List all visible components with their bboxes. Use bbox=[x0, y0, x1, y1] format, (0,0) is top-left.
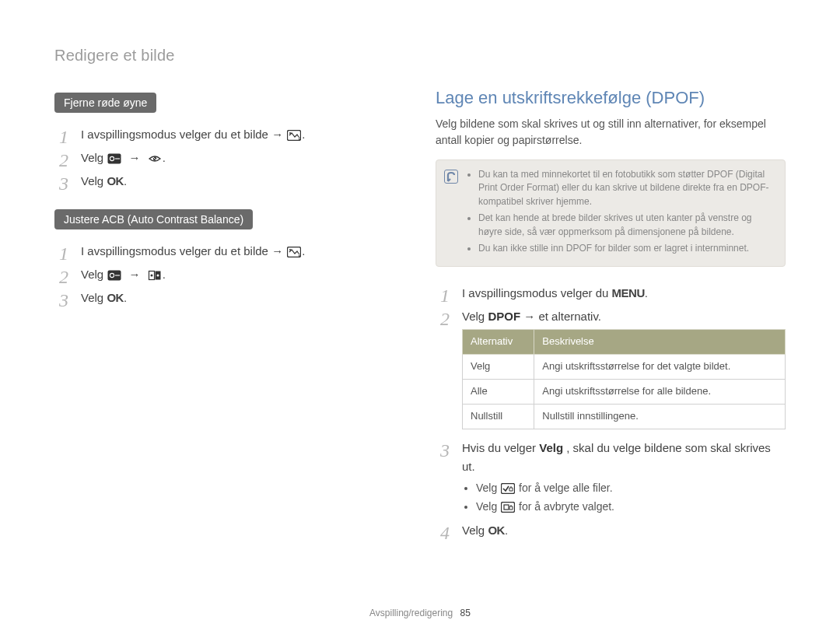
table-row: Nullstill Nullstill innstillingene. bbox=[463, 404, 786, 429]
note-item: Du kan ikke stille inn DPOF for bilder s… bbox=[478, 242, 774, 255]
menu-label: MENU bbox=[612, 286, 645, 299]
step-text: Velg bbox=[462, 524, 488, 537]
bullet-text: for å velge alle filer. bbox=[519, 482, 613, 494]
acb-steps: I avspillingsmodus velger du et bilde → … bbox=[54, 242, 404, 307]
redeye-steps: I avspillingsmodus velger du et bilde → … bbox=[54, 125, 404, 191]
bullet-text: Velg bbox=[476, 482, 500, 494]
table-cell: Angi utskriftsstørrelse for det valgte b… bbox=[534, 355, 786, 380]
note-item: Det kan hende at brede bilder skrives ut… bbox=[478, 212, 774, 239]
right-column: Lage en utskriftsrekkefølge (DPOF) Velg … bbox=[436, 88, 786, 554]
cancel-select-icon bbox=[501, 501, 515, 513]
svg-point-8 bbox=[289, 249, 291, 250]
bullet-text: Velg bbox=[476, 500, 500, 513]
step-item: Velg OK. bbox=[436, 521, 786, 540]
step-text: → et alternativ. bbox=[523, 310, 601, 323]
svg-text:E: E bbox=[299, 136, 302, 141]
left-column: Fjerne røde øyne I avspillingsmodus velg… bbox=[54, 88, 404, 554]
note-icon bbox=[444, 170, 458, 184]
table-row: Velg Angi utskriftsstørrelse for det val… bbox=[463, 355, 786, 380]
dpof-steps: I avspillingsmodus velger du MENU. Velg … bbox=[436, 284, 786, 540]
table-cell: Angi utskriftsstørrelse for alle bildene… bbox=[534, 379, 786, 404]
manual-page: Redigere et bilde Fjerne røde øyne I avs… bbox=[0, 0, 840, 634]
two-column-layout: Fjerne røde øyne I avspillingsmodus velg… bbox=[54, 88, 786, 554]
table-cell: Velg bbox=[463, 355, 534, 380]
note-box: Du kan ta med minnekortet til en fotobut… bbox=[436, 159, 786, 267]
table-cell: Nullstill bbox=[463, 404, 534, 429]
step-text: Velg bbox=[81, 151, 107, 164]
table-header: Beskrivelse bbox=[534, 330, 786, 355]
step-item: Velg → . bbox=[54, 265, 404, 284]
step-item: Velg OK. bbox=[54, 172, 404, 191]
step-text: Velg bbox=[81, 268, 107, 281]
page-footer: Avspilling/redigering 85 bbox=[0, 608, 840, 618]
step-text: Velg bbox=[81, 291, 107, 304]
step-text: Hvis du velger bbox=[462, 441, 539, 454]
ok-label: OK bbox=[107, 174, 124, 187]
page-number: 85 bbox=[460, 608, 471, 618]
arrow-icon: → bbox=[126, 268, 144, 281]
step-item: Velg → . bbox=[54, 149, 404, 167]
step-item: I avspillingsmodus velger du et bilde → … bbox=[54, 125, 404, 144]
ok-label: OK bbox=[488, 524, 505, 537]
step-item: Velg DPOF → et alternativ. Alternativ Be… bbox=[436, 307, 786, 429]
ok-label: OK bbox=[107, 291, 124, 304]
table-cell: Alle bbox=[463, 379, 534, 404]
step-text: Velg bbox=[81, 174, 107, 187]
step-item: I avspillingsmodus velger du MENU. bbox=[436, 284, 786, 303]
step-item: I avspillingsmodus velger du et bilde → … bbox=[54, 242, 404, 261]
table-cell: Nullstill innstillingene. bbox=[534, 404, 786, 429]
section-label-acb: Justere ACB (Auto Contrast Balance) bbox=[54, 209, 253, 229]
select-all-icon bbox=[501, 482, 515, 495]
svg-text:E: E bbox=[299, 253, 302, 257]
photo-edit-icon: E bbox=[287, 129, 301, 142]
sub-bullets: Velg for å velge alle filer. Velg bbox=[476, 479, 786, 516]
footer-section: Avspilling/redigering bbox=[369, 608, 453, 618]
table-header: Alternativ bbox=[463, 330, 534, 355]
svg-point-14 bbox=[150, 275, 152, 277]
beauty-icon bbox=[107, 269, 121, 282]
step-text: I avspillingsmodus velger du et bilde → bbox=[81, 128, 283, 141]
beauty-icon bbox=[107, 152, 121, 165]
svg-rect-18 bbox=[504, 505, 509, 510]
svg-point-15 bbox=[156, 275, 159, 277]
dpof-intro: Velg bildene som skal skrives ut og stil… bbox=[436, 116, 786, 149]
svg-point-1 bbox=[289, 132, 291, 134]
table-row: Alle Angi utskriftsstørrelse for alle bi… bbox=[463, 379, 786, 404]
dpof-bold: DPOF bbox=[488, 310, 520, 323]
options-table: Alternativ Beskrivelse Velg Angi utskrif… bbox=[462, 329, 786, 429]
dpof-title: Lage en utskriftsrekkefølge (DPOF) bbox=[436, 88, 786, 108]
velg-bold: Velg bbox=[539, 441, 563, 454]
step-item: Hvis du velger Velg , skal du velge bild… bbox=[436, 439, 786, 516]
step-text: I avspillingsmodus velger du et bilde → bbox=[81, 244, 283, 257]
photo-edit-icon: E bbox=[287, 246, 301, 258]
arrow-icon: → bbox=[126, 151, 144, 164]
redeye-icon bbox=[148, 152, 162, 165]
bullet-item: Velg for å avbryte valget. bbox=[476, 498, 786, 515]
note-list: Du kan ta med minnekortet til en fotobut… bbox=[467, 168, 774, 255]
step-item: Velg OK. bbox=[54, 289, 404, 307]
acb-icon bbox=[148, 269, 162, 282]
step-text: I avspillingsmodus velger du bbox=[462, 286, 612, 299]
bullet-item: Velg for å velge alle filer. bbox=[476, 479, 786, 496]
bullet-text: for å avbryte valget. bbox=[519, 500, 614, 513]
breadcrumb: Redigere et bilde bbox=[54, 47, 786, 65]
note-item: Du kan ta med minnekortet til en fotobut… bbox=[478, 168, 774, 208]
section-label-redeye: Fjerne røde øyne bbox=[54, 93, 156, 113]
step-text: Velg bbox=[462, 310, 488, 323]
